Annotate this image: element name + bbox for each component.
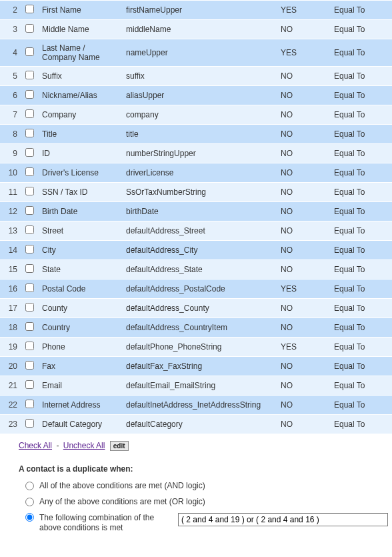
radio-or[interactable] [25, 498, 34, 506]
row-yesno: YES [277, 280, 330, 299]
check-all-link[interactable]: Check All [19, 441, 52, 450]
row-checkbox[interactable] [25, 47, 34, 56]
radio-row-or: Any of the above conditions are met (OR … [0, 494, 392, 510]
row-number: 9 [0, 144, 21, 163]
row-number: 16 [0, 280, 21, 299]
row-checkbox-cell [21, 338, 38, 357]
row-yesno: NO [277, 20, 330, 39]
row-checkbox[interactable] [25, 264, 34, 273]
table-row: 9IDnumberStringUpperNOEqual To [0, 144, 392, 163]
row-checkbox-cell [21, 396, 38, 415]
row-checkbox-cell [21, 202, 38, 221]
row-yesno: NO [277, 221, 330, 241]
row-number: 19 [0, 338, 21, 357]
row-number: 15 [0, 260, 21, 280]
row-checkbox[interactable] [25, 5, 34, 13]
row-field: company [122, 105, 277, 125]
row-field: title [122, 125, 277, 144]
row-checkbox[interactable] [25, 342, 34, 350]
table-row: 7CompanycompanyNOEqual To [0, 105, 392, 125]
row-yesno: NO [277, 183, 330, 202]
row-checkbox[interactable] [25, 24, 34, 33]
row-checkbox[interactable] [25, 361, 34, 370]
row-label: Street [38, 221, 122, 241]
row-operator: Equal To [330, 318, 392, 338]
row-checkbox[interactable] [25, 322, 34, 331]
uncheck-all-link[interactable]: Uncheck All [63, 441, 105, 450]
row-field: aliasUpper [122, 86, 277, 105]
row-operator: Equal To [330, 105, 392, 125]
row-checkbox[interactable] [25, 284, 34, 292]
row-field: defaultCategory [122, 415, 277, 434]
table-row: 8TitletitleNOEqual To [0, 125, 392, 144]
row-field: nameUpper [122, 39, 277, 67]
row-checkbox[interactable] [25, 245, 34, 253]
row-checkbox-cell [21, 20, 38, 39]
row-number: 18 [0, 318, 21, 338]
row-field: defaultFax_FaxString [122, 357, 277, 376]
row-field: suffix [122, 67, 277, 86]
radio-and[interactable] [25, 482, 34, 490]
row-label: Birth Date [38, 202, 122, 221]
row-yesno: NO [277, 299, 330, 318]
row-label: Middle Name [38, 20, 122, 39]
row-number: 14 [0, 241, 21, 260]
row-yesno: NO [277, 67, 330, 86]
row-checkbox-cell [21, 260, 38, 280]
row-label: Internet Address [38, 396, 122, 415]
row-checkbox-cell [21, 221, 38, 241]
row-label: County [38, 299, 122, 318]
row-yesno: NO [277, 144, 330, 163]
row-operator: Equal To [330, 20, 392, 39]
row-checkbox[interactable] [25, 71, 34, 79]
row-checkbox-cell [21, 67, 38, 86]
row-checkbox[interactable] [25, 225, 34, 234]
row-checkbox[interactable] [25, 303, 34, 312]
row-checkbox[interactable] [25, 109, 34, 118]
table-row: 18CountrydefaultAddress_CountryItemNOEqu… [0, 318, 392, 338]
table-row: 3Middle NamemiddleNameNOEqual To [0, 20, 392, 39]
row-yesno: YES [277, 338, 330, 357]
row-yesno: NO [277, 86, 330, 105]
row-field: defaultPhone_PhoneString [122, 338, 277, 357]
edit-button[interactable]: edit [110, 441, 129, 451]
row-checkbox[interactable] [25, 187, 34, 195]
row-checkbox[interactable] [25, 400, 34, 408]
row-label: Title [38, 125, 122, 144]
row-checkbox[interactable] [25, 90, 34, 99]
row-number: 22 [0, 396, 21, 415]
row-checkbox[interactable] [25, 206, 34, 215]
row-number: 3 [0, 20, 21, 39]
table-row: 20FaxdefaultFax_FaxStringNOEqual To [0, 357, 392, 376]
row-checkbox[interactable] [25, 419, 34, 428]
row-label: Suffix [38, 67, 122, 86]
row-checkbox[interactable] [25, 129, 34, 137]
row-label: Company [38, 105, 122, 125]
row-checkbox[interactable] [25, 148, 34, 157]
row-checkbox-cell [21, 280, 38, 299]
row-checkbox-cell [21, 144, 38, 163]
table-row: 6Nickname/AliasaliasUpperNOEqual To [0, 86, 392, 105]
row-operator: Equal To [330, 357, 392, 376]
table-row: 11SSN / Tax IDSsOrTaxNumberStringNOEqual… [0, 183, 392, 202]
row-operator: Equal To [330, 163, 392, 183]
row-number: 20 [0, 357, 21, 376]
combo-expression-input[interactable] [178, 513, 388, 526]
row-operator: Equal To [330, 299, 392, 318]
row-checkbox[interactable] [25, 380, 34, 389]
row-number: 11 [0, 183, 21, 202]
row-checkbox-cell [21, 318, 38, 338]
row-checkbox[interactable] [25, 167, 34, 176]
row-label: Phone [38, 338, 122, 357]
radio-combo[interactable] [25, 513, 34, 522]
row-checkbox-cell [21, 183, 38, 202]
row-yesno: NO [277, 163, 330, 183]
row-label: First Name [38, 1, 122, 20]
row-number: 5 [0, 67, 21, 86]
row-number: 8 [0, 125, 21, 144]
row-operator: Equal To [330, 221, 392, 241]
row-number: 23 [0, 415, 21, 434]
row-operator: Equal To [330, 280, 392, 299]
row-operator: Equal To [330, 338, 392, 357]
row-operator: Equal To [330, 202, 392, 221]
